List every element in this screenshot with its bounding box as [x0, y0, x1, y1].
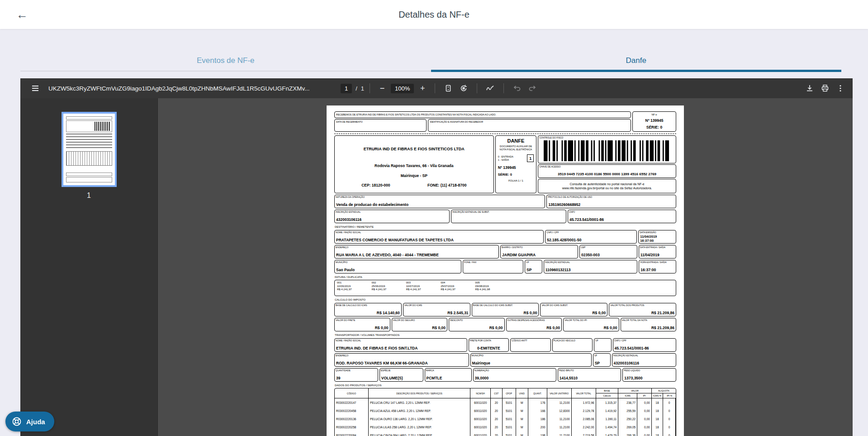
danfe-field: PROTOCOLO DE AUTORIZAÇÃO DE USO135190260… — [546, 195, 676, 208]
product-cell: 5101 — [503, 415, 516, 423]
rotate-icon[interactable] — [456, 81, 471, 96]
danfe-field: DESCONTOR$ 0,00 — [449, 318, 505, 331]
product-cell: 60011020 — [470, 423, 491, 431]
product-cell: 0 — [663, 431, 676, 436]
recibo-nfe-box: NF-e Nº 139945 SÉRIE: 0 — [632, 111, 676, 132]
products-table-box: CÓDIGO DESCRIÇÃO DOS PRODUTOS / SERVIÇOS… — [334, 388, 676, 436]
danfe-field: INSCRIÇÃO ESTADUAL DE SUBST. — [451, 210, 566, 223]
product-cell: 18 — [652, 431, 664, 436]
redo-icon[interactable] — [525, 81, 540, 96]
danfe-entrada: 0 - ENTRADA — [498, 155, 513, 158]
product-cell: 20 — [491, 415, 503, 423]
product-cell: 60011020 — [470, 407, 491, 415]
danfe-field: CÓDIGO ANTT — [510, 338, 550, 352]
product-cell: R03002220136 — [335, 415, 369, 423]
imposto-row-1: BASE DE CALCULO DO ICMSR$ 14.140,60VALOR… — [334, 303, 676, 316]
transportador-row-2: ENDEREÇOROD. RAPOSO TAVARES KM 66,KM 66-… — [334, 353, 676, 367]
toolbar-divider — [435, 83, 435, 93]
tab-danfe[interactable]: Danfe — [431, 45, 842, 72]
pdf-scroll-area[interactable]: RECEBEMOS DE ETRURIA IND DE FIBRAS E FIO… — [158, 98, 853, 436]
danfe-field: BASE DE CALCULO DO ICMSR$ 14.140,60 — [334, 303, 402, 316]
product-cell: PELUCIA LILAS 258 LARG. 2,20 L 12MM REP. — [369, 423, 470, 431]
section-imposto: CALCULO DO IMPOSTO — [335, 298, 676, 302]
danfe-field: PLACA DO VEICULO — [552, 338, 593, 352]
danfe-field: ESPÉCIEVOLUME(S) — [379, 368, 423, 382]
document-filename: UKZW5kc3RyZWFtCmVuZG9iago1IDAgb2JqCjw8L0… — [48, 85, 332, 92]
toolbar-divider — [477, 83, 477, 93]
destinatario-row-2: ENDEREÇORUA MARIA A L DE AZEVEDO, 4040 -… — [334, 245, 676, 259]
danfe-field: VALOR DO ICMS SUBST.R$ 0,00 — [540, 303, 607, 316]
danfe-field: OUTRAS DESPESAS ACESSÓRIASR$ 0,00 — [506, 318, 562, 331]
zoom-out-icon[interactable]: − — [375, 81, 389, 95]
print-icon[interactable] — [817, 81, 833, 96]
fit-page-icon[interactable] — [441, 81, 456, 96]
danfe-field: UF — [594, 338, 611, 352]
menu-icon[interactable] — [28, 81, 43, 96]
product-cell: 60011020 — [470, 431, 491, 436]
sub-calculo: Cálculo — [596, 393, 619, 398]
download-icon[interactable] — [802, 81, 817, 96]
product-cell: R03002220458 — [335, 407, 369, 415]
fatura-parcela: 00110/06/2019R$ 4.241,97 — [337, 281, 371, 296]
back-arrow-icon[interactable]: ← — [16, 9, 28, 20]
product-cell: 0,00 — [637, 423, 652, 431]
tab-eventos-nfe[interactable]: Eventos de NF-e — [20, 45, 431, 72]
fisco-column: CONTROLE DO FISCO CHAVE DE ACESSO 3519 0… — [538, 135, 676, 193]
product-cell: 0,00 — [637, 415, 652, 423]
danfe-serie: SÉRIE: 0 — [496, 172, 536, 177]
zoom-in-icon[interactable]: + — [416, 81, 429, 95]
toolbar-divider — [370, 83, 370, 93]
annotate-pen-icon[interactable] — [483, 81, 498, 96]
thumbnail-preview — [65, 115, 113, 183]
col-valor-total: VALOR TOTAL — [572, 388, 596, 398]
danfe-field: UFSP — [593, 353, 611, 367]
product-cell: M — [516, 423, 528, 431]
col-valor-unitario: VALOR UNITÁRIO — [547, 388, 572, 398]
product-cell: 20 — [491, 398, 503, 407]
nfe-label: NF-e — [651, 113, 657, 116]
product-cell: R03002220084 — [335, 431, 369, 436]
danfe-field: ENDEREÇORUA MARIA A L DE AZEVEDO, 4040 -… — [334, 245, 499, 259]
product-cell: 20 — [491, 407, 503, 415]
toolbar-divider — [503, 83, 504, 93]
danfe-field: UFSP — [525, 260, 542, 273]
help-button-label: Ajuda — [26, 418, 45, 426]
fatura-parcela: 00310/07/2019R$ 4.241,97 — [406, 281, 441, 296]
product-cell: R03002220147 — [335, 398, 369, 407]
product-cell: PELUCIA CINZA 084 LARG. 2,20 L 12MM REP. — [369, 431, 470, 436]
product-cell: M — [516, 407, 528, 415]
product-cell: 2.129,78 — [572, 407, 596, 415]
zoom-level-input[interactable]: 100% — [391, 84, 414, 93]
product-cell: 0 — [663, 398, 676, 407]
section-destinatario: DESTINATÁRIO / REMETENTE — [335, 225, 676, 229]
product-cell: 176 — [528, 398, 547, 407]
product-cell: M — [516, 431, 528, 436]
more-options-icon[interactable] — [833, 81, 848, 96]
thumbnails-panel[interactable]: 1 — [20, 98, 158, 436]
emitente-cep: CEP: 18120-000 — [361, 183, 390, 187]
help-button[interactable]: Ajuda — [5, 412, 54, 431]
product-cell: 2.219,58 — [572, 431, 596, 436]
danfe-info-box: DANFE DOCUMENTO AUXILIAR DE NOTA FISCAL … — [495, 135, 537, 193]
danfe-field: BAIRRO / DISTRITOJARDIM GUAPIRA — [500, 245, 578, 259]
danfe-field: ENDEREÇOROD. RAPOSO TAVARES KM 66,KM 66-… — [334, 353, 469, 367]
tab-bar: Eventos de NF-e Danfe — [20, 45, 841, 72]
section-fatura: FATURA / DUPLICATA — [335, 276, 676, 279]
product-cell: R03002220258 — [335, 423, 369, 431]
product-cell: 1.390,11 — [596, 415, 619, 423]
page-number-input[interactable]: 1 — [341, 84, 352, 93]
danfe-field: VALOR TOTAL DA NOTAR$ 21.209,86 — [621, 318, 677, 331]
product-cell: PELUCIA CRU 147 LARG. 2,20 L 12MM REP. — [369, 398, 470, 407]
product-cell: 11,2100 — [547, 431, 572, 436]
product-cell: 18 — [652, 407, 664, 415]
product-cell: 18 — [652, 423, 664, 431]
page-1-thumbnail[interactable] — [62, 112, 117, 187]
danfe-subtitle: DOCUMENTO AUXILIAR DE NOTA FISCAL ELETRÔ… — [496, 145, 536, 151]
undo-icon[interactable] — [509, 81, 525, 96]
emitente-box: ETRURIA IND DE FIBRAS E FIOS SINTETICOS … — [334, 135, 494, 193]
danfe-field: CNPJ / CPF52.185.428/0001-50 — [545, 230, 637, 244]
col-cfop: CFOP — [503, 388, 516, 398]
sub-icms-pct: ICMS % — [652, 393, 664, 398]
danfe-field: CNPJ45.723.541/0001-86 — [568, 210, 676, 223]
product-cell: 12,8300 — [547, 407, 572, 415]
